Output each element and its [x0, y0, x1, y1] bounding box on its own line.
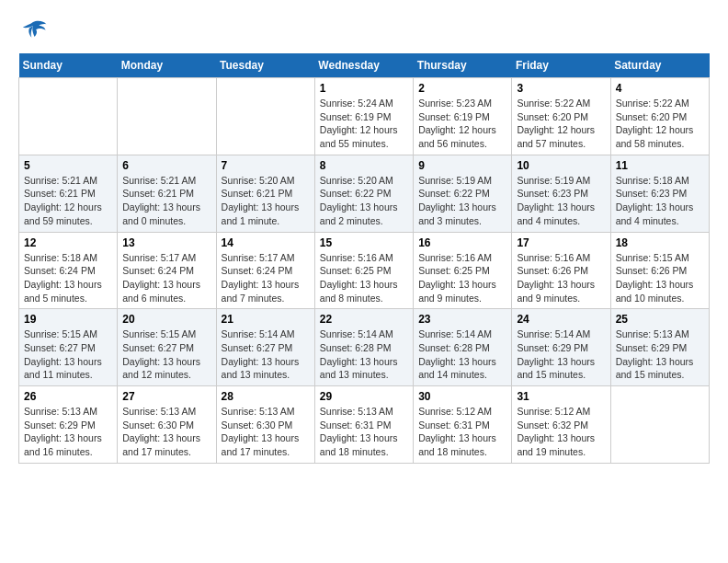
calendar-cell: 19Sunrise: 5:15 AM Sunset: 6:27 PM Dayli…: [19, 309, 118, 386]
day-info: Sunrise: 5:14 AM Sunset: 6:28 PM Dayligh…: [320, 327, 408, 382]
calendar-cell: 18Sunrise: 5:15 AM Sunset: 6:26 PM Dayli…: [610, 232, 709, 309]
day-info: Sunrise: 5:22 AM Sunset: 6:20 PM Dayligh…: [616, 97, 704, 151]
day-info: Sunrise: 5:12 AM Sunset: 6:32 PM Dayligh…: [517, 405, 605, 459]
day-info: Sunrise: 5:14 AM Sunset: 6:27 PM Dayligh…: [222, 327, 310, 382]
day-info: Sunrise: 5:16 AM Sunset: 6:26 PM Dayligh…: [517, 251, 605, 305]
calendar-cell: 3Sunrise: 5:22 AM Sunset: 6:20 PM Daylig…: [512, 78, 610, 155]
calendar-cell: 24Sunrise: 5:14 AM Sunset: 6:29 PM Dayli…: [512, 309, 610, 386]
calendar-cell: [216, 78, 314, 155]
day-number: 1: [320, 82, 408, 95]
day-info: Sunrise: 5:22 AM Sunset: 6:20 PM Dayligh…: [517, 97, 605, 151]
calendar-cell: 28Sunrise: 5:13 AM Sunset: 6:30 PM Dayli…: [216, 386, 314, 464]
day-info: Sunrise: 5:16 AM Sunset: 6:25 PM Dayligh…: [418, 251, 506, 305]
day-info: Sunrise: 5:23 AM Sunset: 6:19 PM Dayligh…: [418, 97, 506, 151]
header-wednesday: Wednesday: [314, 53, 413, 78]
header-tuesday: Tuesday: [216, 53, 314, 78]
header-saturday: Saturday: [610, 53, 709, 78]
calendar-cell: 7Sunrise: 5:20 AM Sunset: 6:21 PM Daylig…: [216, 155, 314, 232]
calendar-cell: 22Sunrise: 5:14 AM Sunset: 6:28 PM Dayli…: [314, 309, 413, 386]
day-number: 7: [222, 159, 310, 172]
calendar-cell: 27Sunrise: 5:13 AM Sunset: 6:30 PM Dayli…: [118, 386, 216, 464]
calendar-cell: [19, 78, 118, 155]
day-info: Sunrise: 5:19 AM Sunset: 6:23 PM Dayligh…: [517, 174, 605, 228]
day-number: 23: [418, 313, 506, 326]
day-info: Sunrise: 5:19 AM Sunset: 6:22 PM Dayligh…: [418, 174, 506, 228]
day-number: 25: [616, 313, 704, 326]
calendar-cell: 13Sunrise: 5:17 AM Sunset: 6:24 PM Dayli…: [118, 232, 216, 309]
day-number: 31: [517, 390, 605, 403]
calendar-cell: 30Sunrise: 5:12 AM Sunset: 6:31 PM Dayli…: [414, 386, 512, 464]
calendar-cell: 14Sunrise: 5:17 AM Sunset: 6:24 PM Dayli…: [216, 232, 314, 309]
day-number: 22: [320, 313, 408, 326]
calendar-cell: 31Sunrise: 5:12 AM Sunset: 6:32 PM Dayli…: [512, 386, 610, 464]
day-info: Sunrise: 5:13 AM Sunset: 6:30 PM Dayligh…: [122, 405, 210, 459]
calendar-cell: 5Sunrise: 5:21 AM Sunset: 6:21 PM Daylig…: [19, 155, 118, 232]
calendar-cell: 15Sunrise: 5:16 AM Sunset: 6:25 PM Dayli…: [314, 232, 413, 309]
calendar-cell: 2Sunrise: 5:23 AM Sunset: 6:19 PM Daylig…: [414, 78, 512, 155]
calendar-cell: 21Sunrise: 5:14 AM Sunset: 6:27 PM Dayli…: [216, 309, 314, 386]
day-number: 13: [122, 236, 210, 249]
day-info: Sunrise: 5:20 AM Sunset: 6:22 PM Dayligh…: [320, 174, 408, 228]
day-number: 28: [222, 390, 310, 403]
day-number: 15: [320, 236, 408, 249]
day-number: 8: [320, 159, 408, 172]
day-number: 27: [122, 390, 210, 403]
day-number: 10: [517, 159, 605, 172]
day-info: Sunrise: 5:14 AM Sunset: 6:29 PM Dayligh…: [517, 327, 605, 382]
logo-bird-icon: [18, 18, 48, 44]
logo: [18, 18, 51, 44]
calendar-header-row: SundayMondayTuesdayWednesdayThursdayFrid…: [19, 53, 710, 78]
day-info: Sunrise: 5:18 AM Sunset: 6:23 PM Dayligh…: [616, 174, 704, 228]
calendar-cell: 17Sunrise: 5:16 AM Sunset: 6:26 PM Dayli…: [512, 232, 610, 309]
calendar-week-2: 5Sunrise: 5:21 AM Sunset: 6:21 PM Daylig…: [19, 155, 710, 232]
day-number: 12: [24, 236, 112, 249]
day-number: 4: [616, 82, 704, 95]
day-number: 14: [222, 236, 310, 249]
day-info: Sunrise: 5:14 AM Sunset: 6:28 PM Dayligh…: [418, 327, 506, 382]
calendar-week-3: 12Sunrise: 5:18 AM Sunset: 6:24 PM Dayli…: [19, 232, 710, 309]
day-number: 20: [122, 313, 210, 326]
day-info: Sunrise: 5:13 AM Sunset: 6:30 PM Dayligh…: [222, 405, 310, 459]
calendar-cell: 12Sunrise: 5:18 AM Sunset: 6:24 PM Dayli…: [19, 232, 118, 309]
day-number: 18: [616, 236, 704, 249]
day-info: Sunrise: 5:18 AM Sunset: 6:24 PM Dayligh…: [24, 251, 112, 305]
header-thursday: Thursday: [414, 53, 512, 78]
day-number: 19: [24, 313, 112, 326]
calendar-cell: 29Sunrise: 5:13 AM Sunset: 6:31 PM Dayli…: [314, 386, 413, 464]
calendar-cell: 20Sunrise: 5:15 AM Sunset: 6:27 PM Dayli…: [118, 309, 216, 386]
calendar-week-5: 26Sunrise: 5:13 AM Sunset: 6:29 PM Dayli…: [19, 386, 710, 464]
day-info: Sunrise: 5:20 AM Sunset: 6:21 PM Dayligh…: [222, 174, 310, 228]
day-info: Sunrise: 5:13 AM Sunset: 6:29 PM Dayligh…: [24, 405, 112, 459]
day-number: 6: [122, 159, 210, 172]
day-number: 5: [24, 159, 112, 172]
day-info: Sunrise: 5:17 AM Sunset: 6:24 PM Dayligh…: [222, 251, 310, 305]
day-info: Sunrise: 5:13 AM Sunset: 6:31 PM Dayligh…: [320, 405, 408, 459]
day-number: 9: [418, 159, 506, 172]
day-info: Sunrise: 5:17 AM Sunset: 6:24 PM Dayligh…: [122, 251, 210, 305]
header-sunday: Sunday: [19, 53, 118, 78]
day-info: Sunrise: 5:12 AM Sunset: 6:31 PM Dayligh…: [418, 405, 506, 459]
day-number: 11: [616, 159, 704, 172]
day-info: Sunrise: 5:15 AM Sunset: 6:26 PM Dayligh…: [616, 251, 704, 305]
day-number: 30: [418, 390, 506, 403]
day-info: Sunrise: 5:21 AM Sunset: 6:21 PM Dayligh…: [24, 174, 112, 228]
calendar-cell: 10Sunrise: 5:19 AM Sunset: 6:23 PM Dayli…: [512, 155, 610, 232]
day-info: Sunrise: 5:15 AM Sunset: 6:27 PM Dayligh…: [24, 327, 112, 382]
calendar-cell: 9Sunrise: 5:19 AM Sunset: 6:22 PM Daylig…: [414, 155, 512, 232]
calendar-cell: 25Sunrise: 5:13 AM Sunset: 6:29 PM Dayli…: [610, 309, 709, 386]
day-number: 3: [517, 82, 605, 95]
calendar-cell: [118, 78, 216, 155]
day-number: 29: [320, 390, 408, 403]
day-number: 26: [24, 390, 112, 403]
header-monday: Monday: [118, 53, 216, 78]
day-number: 24: [517, 313, 605, 326]
day-number: 2: [418, 82, 506, 95]
calendar-week-4: 19Sunrise: 5:15 AM Sunset: 6:27 PM Dayli…: [19, 309, 710, 386]
day-number: 21: [222, 313, 310, 326]
page-header: [18, 18, 710, 44]
day-number: 16: [418, 236, 506, 249]
day-info: Sunrise: 5:21 AM Sunset: 6:21 PM Dayligh…: [122, 174, 210, 228]
calendar-cell: 8Sunrise: 5:20 AM Sunset: 6:22 PM Daylig…: [314, 155, 413, 232]
day-info: Sunrise: 5:24 AM Sunset: 6:19 PM Dayligh…: [320, 97, 408, 151]
day-number: 17: [517, 236, 605, 249]
